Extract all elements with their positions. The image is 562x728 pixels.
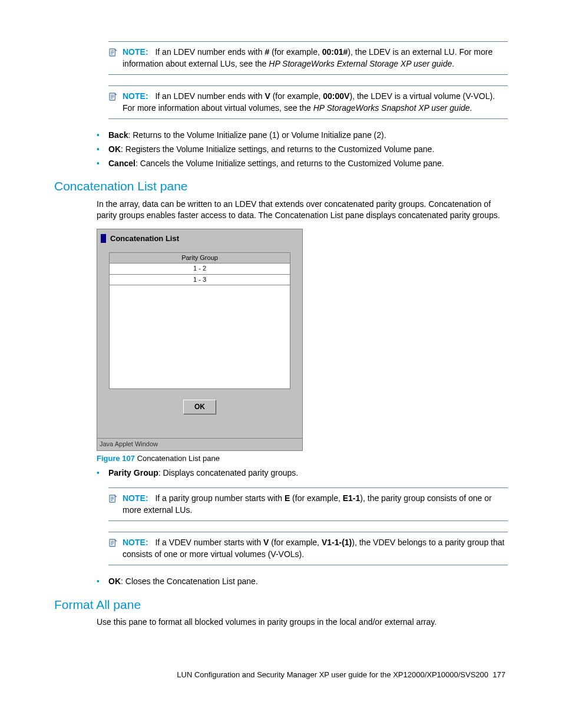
list-item: OK: Registers the Volume Initialize sett… [97, 144, 508, 156]
paragraph: Use this pane to format all blocked volu… [97, 617, 508, 628]
parity-group-table: Parity Group 1 - 2 1 - 3 [109, 252, 290, 285]
note-icon [108, 48, 118, 57]
figure-caption: Figure 107 Concatenation List pane [97, 453, 508, 464]
note-label: NOTE: [123, 91, 148, 101]
paragraph: In the array, data can be written to an … [97, 199, 508, 222]
note-text: NOTE: If an LDEV number ends with V (for… [123, 91, 508, 114]
column-header: Parity Group [110, 252, 290, 263]
list-item: Back: Returns to the Volume Initialize p… [97, 130, 508, 141]
list-item: OK: Closes the Concatenation List pane. [97, 576, 508, 588]
note-text: NOTE: If an LDEV number ends with # (for… [123, 47, 508, 70]
note-label: NOTE: [123, 47, 148, 57]
note-text: NOTE: If a VDEV number starts with V (fo… [123, 537, 508, 560]
list-item: Cancel: Cancels the Volume Initialize se… [97, 158, 508, 170]
bullet-list: Parity Group: Displays concatenated pari… [97, 467, 508, 479]
ok-button[interactable]: OK [183, 400, 216, 414]
note-icon [108, 538, 118, 548]
table-empty-area [109, 285, 290, 389]
section-heading-format-all: Format All pane [54, 596, 508, 613]
table-row[interactable]: 1 - 2 [110, 263, 290, 274]
title-marker [101, 234, 106, 243]
note-block: NOTE: If an LDEV number ends with # (for… [108, 41, 508, 75]
note-icon [108, 92, 118, 101]
pane-title: Concatenation List [110, 233, 179, 244]
note-block: NOTE: If a parity group number starts wi… [108, 487, 508, 521]
status-bar: Java Applet Window [97, 438, 302, 450]
bullet-list: Back: Returns to the Volume Initialize p… [97, 130, 508, 169]
section-heading-concatenation: Concatenation List pane [54, 177, 508, 195]
note-text: NOTE: If a parity group number starts wi… [123, 493, 508, 516]
note-icon [108, 494, 118, 503]
page-footer: LUN Configuration and Security Manager X… [54, 670, 508, 680]
table-row[interactable]: 1 - 3 [110, 274, 290, 285]
list-item: Parity Group: Displays concatenated pari… [97, 467, 508, 479]
note-label: NOTE: [123, 493, 148, 503]
bullet-list: OK: Closes the Concatenation List pane. [97, 576, 508, 588]
note-label: NOTE: [123, 538, 148, 547]
note-block: NOTE: If an LDEV number ends with V (for… [108, 85, 508, 119]
note-block: NOTE: If a VDEV number starts with V (fo… [108, 532, 508, 565]
concatenation-list-pane: Concatenation List Parity Group 1 - 2 1 … [97, 229, 303, 452]
